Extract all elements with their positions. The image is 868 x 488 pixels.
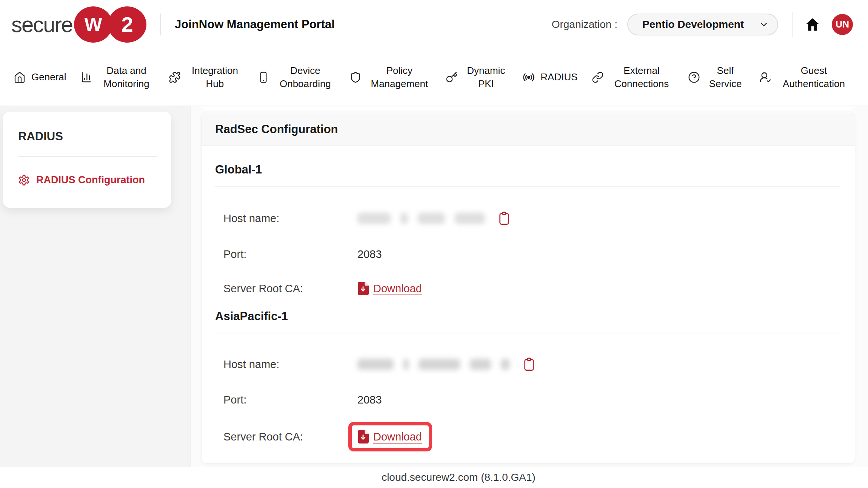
host-name-row: Host name: [223,210,840,227]
card-header: RadSec Configuration [202,113,855,146]
nav-item-dynamic-pki[interactable]: Dynamic PKI [446,64,509,91]
smartphone-icon [257,71,269,83]
header-divider-2 [792,12,793,37]
link-icon [592,71,604,83]
server-root-ca-label: Server Root CA: [223,431,357,443]
port-row: Port: 2083 [223,248,840,261]
footer-version-text: cloud.securew2.com (8.1.0.GA1) [382,471,536,483]
home-solid-icon [805,17,820,32]
header-divider [160,14,161,35]
section-divider [215,333,840,333]
host-name-value-redacted [357,210,485,227]
port-value: 2083 [357,394,382,406]
user-avatar[interactable]: UN [832,14,853,35]
main-navigation: General Data and Monitoring Integration … [0,49,868,106]
home-icon [14,71,26,83]
download-link-label: Download [373,431,422,443]
section-title-asiapacific-1: AsiaPacific-1 [215,310,840,323]
download-link-global-1[interactable]: Download [357,282,422,295]
nav-item-self-service[interactable]: Self Service [688,64,745,91]
nav-item-radius[interactable]: RADIUS [523,71,577,84]
server-root-ca-label: Server Root CA: [223,282,357,295]
clipboard-icon [498,211,511,226]
organization-label: Organization : [552,18,617,31]
card-body: Global-1 Host name: [202,163,855,451]
puzzle-icon [169,71,181,83]
radsec-configuration-card: RadSec Configuration Global-1 Host name: [201,113,855,463]
logo-2-circle: 2 [108,6,146,43]
host-name-label: Host name: [223,358,357,371]
nav-label: Data and Monitoring [98,64,155,91]
body-region: RADIUS RADIUS Configuration RadSec Confi… [0,106,868,467]
port-value: 2083 [357,248,382,261]
portal-title: JoinNow Management Portal [175,18,335,31]
radio-waves-icon [523,71,535,83]
user-check-icon [759,71,771,83]
clipboard-icon [523,357,536,372]
help-circle-icon [688,71,700,83]
nav-item-external-connections[interactable]: External Connections [592,64,674,91]
joinnow-portal-page: secure W 2 JoinNow Management Portal Org… [0,0,868,488]
organization-select[interactable]: Pentio Development [627,14,778,35]
chevron-down-icon [759,19,769,30]
nav-item-data-and-monitoring[interactable]: Data and Monitoring [80,64,155,91]
logo-text: secure [11,12,72,37]
nav-label: Device Onboarding [275,64,336,91]
download-link-asiapacific-1[interactable]: Download [357,430,422,443]
nav-label: Integration Hub [186,64,243,91]
sidebar-divider [18,156,157,157]
copy-to-clipboard-button[interactable] [498,211,511,226]
nav-item-general[interactable]: General [14,71,66,84]
host-name-label: Host name: [223,212,357,225]
gear-icon [18,174,30,186]
port-label: Port: [223,394,357,406]
nav-label: Self Service [706,64,745,91]
sidebar-item-label: RADIUS Configuration [36,174,145,186]
nav-item-policy-management[interactable]: Policy Management [349,64,431,91]
previous-card-edge [201,106,855,110]
bar-chart-icon [80,71,92,83]
copy-to-clipboard-button[interactable] [523,357,536,372]
nav-item-guest-authentication[interactable]: Guest Authentication [759,64,851,91]
page-footer: cloud.securew2.com (8.1.0.GA1) [0,467,868,488]
nav-item-device-onboarding[interactable]: Device Onboarding [257,64,336,91]
main-content: RadSec Configuration Global-1 Host name: [191,106,868,467]
host-name-value-redacted [357,356,510,373]
sidebar-title: RADIUS [18,130,157,143]
download-link-label: Download [373,282,422,295]
logo-w-circle: W [74,6,112,43]
nav-label: Dynamic PKI [463,64,509,91]
sidebar-item-radius-configuration[interactable]: RADIUS Configuration [18,174,157,186]
header-actions: Organization : Pentio Development UN [552,12,853,37]
sidebar-card: RADIUS RADIUS Configuration [3,112,171,208]
key-icon [446,71,458,83]
card-title: RadSec Configuration [215,123,338,136]
port-label: Port: [223,248,357,261]
red-highlight-annotation: Download [348,422,432,451]
file-download-icon [357,430,369,443]
server-root-ca-row: Server Root CA: Download [223,282,840,295]
organization-selected-value: Pentio Development [642,18,744,31]
port-row: Port: 2083 [223,394,840,406]
top-header: secure W 2 JoinNow Management Portal Org… [0,0,868,49]
nav-label: RADIUS [540,71,577,84]
nav-label: General [31,71,66,84]
file-download-icon [357,282,369,295]
home-button[interactable] [804,16,821,33]
brand: secure W 2 JoinNow Management Portal [11,6,335,43]
section-title-global-1: Global-1 [215,163,840,176]
nav-label: Policy Management [367,64,431,91]
server-root-ca-row: Server Root CA: Download [223,422,840,451]
left-sidebar: RADIUS RADIUS Configuration [0,106,191,467]
nav-label: Guest Authentication [777,64,851,91]
host-name-row: Host name: [223,356,840,373]
shield-icon [349,71,362,83]
nav-item-integration-hub[interactable]: Integration Hub [169,64,243,91]
securew2-logo: secure W 2 [11,6,146,43]
section-divider [215,186,840,187]
nav-label: External Connections [609,64,674,91]
